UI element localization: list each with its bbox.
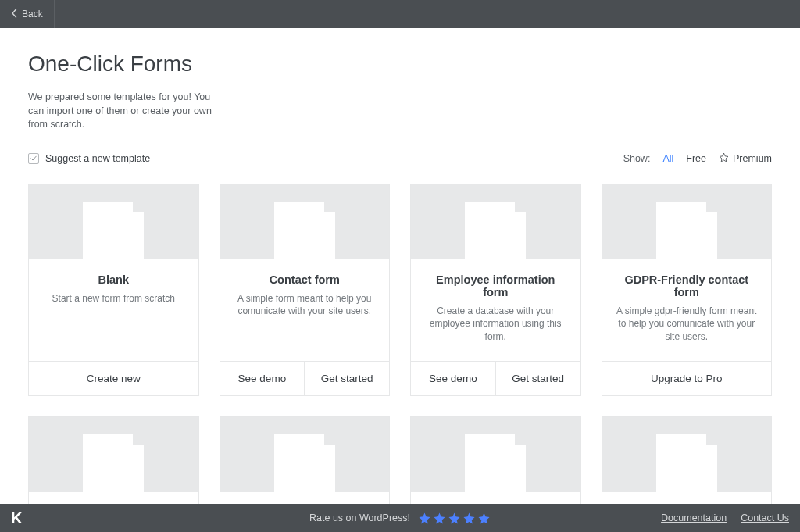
card-body: Job application xyxy=(602,492,772,505)
footer-center: Rate us on WordPress! xyxy=(309,512,491,525)
star-icon xyxy=(448,512,461,525)
footer-bar: K Rate us on WordPress! Documentation Co… xyxy=(0,504,800,532)
document-icon xyxy=(465,202,526,259)
card-body: Art contest xyxy=(411,492,580,505)
see-demo-button[interactable]: See demo xyxy=(411,362,495,395)
toolbar-row: Suggest a new template Show: All Free Pr… xyxy=(28,152,772,165)
document-icon xyxy=(656,434,717,492)
content-area: One-Click Forms We prepared some templat… xyxy=(0,28,800,504)
back-button[interactable]: Back xyxy=(0,0,55,28)
filter-premium[interactable]: Premium xyxy=(719,152,772,165)
card-actions: Create new xyxy=(29,361,198,395)
document-icon xyxy=(274,202,335,259)
card-actions: See demo Get started xyxy=(220,361,390,395)
card-preview xyxy=(29,184,198,259)
card-actions: See demo Get started xyxy=(411,361,580,395)
card-body: Contact form A simple form meant to help… xyxy=(220,259,390,361)
contact-us-link[interactable]: Contact Us xyxy=(741,512,789,523)
create-new-button[interactable]: Create new xyxy=(29,362,198,395)
card-desc: Start a new form from scratch xyxy=(40,292,188,305)
template-card-job-application: Job application xyxy=(602,416,773,505)
filter-all[interactable]: All xyxy=(662,153,673,164)
card-preview xyxy=(411,417,580,492)
template-card-customer-feedback: Customer feedback form xyxy=(220,416,391,505)
card-title: GDPR-Friendly contact form xyxy=(613,273,761,298)
template-card-gdpr-contact: GDPR-Friendly contact form A simple gdpr… xyxy=(602,184,773,396)
suggest-label: Suggest a new template xyxy=(45,153,150,164)
template-card-employee-info: Employee information form Create a datab… xyxy=(410,184,581,396)
star-icon xyxy=(719,152,729,165)
suggest-icon xyxy=(28,153,39,164)
template-card-appointment: Appointment form xyxy=(28,416,199,505)
template-grid-row-2: Appointment form Customer feedback form … xyxy=(28,416,772,505)
get-started-button[interactable]: Get started xyxy=(495,362,580,395)
get-started-button[interactable]: Get started xyxy=(304,362,389,395)
star-icon xyxy=(433,512,446,525)
back-label: Back xyxy=(22,9,43,20)
filter-premium-label: Premium xyxy=(733,153,772,164)
card-body: Blank Start a new form from scratch xyxy=(29,259,198,361)
template-grid-row-1: Blank Start a new form from scratch Crea… xyxy=(28,184,772,396)
card-preview xyxy=(602,184,772,259)
rating-stars[interactable] xyxy=(418,512,491,525)
page-title: One-Click Forms xyxy=(28,52,772,77)
card-title: Blank xyxy=(40,273,188,286)
star-icon xyxy=(462,512,476,525)
card-desc: A simple form meant to help you comunica… xyxy=(231,292,379,319)
suggest-template-link[interactable]: Suggest a new template xyxy=(28,153,150,164)
chevron-left-icon xyxy=(11,9,17,20)
card-preview xyxy=(29,417,198,492)
star-icon xyxy=(418,512,431,525)
document-icon xyxy=(465,434,526,492)
see-demo-button[interactable]: See demo xyxy=(220,362,305,395)
card-body: Appointment form xyxy=(29,492,198,505)
card-actions: Upgrade to Pro xyxy=(602,361,772,395)
card-preview xyxy=(220,417,390,492)
document-icon xyxy=(83,434,144,492)
filter-free[interactable]: Free xyxy=(686,153,706,164)
filter-show-label: Show: xyxy=(623,153,651,164)
document-icon xyxy=(83,202,144,259)
card-body: GDPR-Friendly contact form A simple gdpr… xyxy=(602,259,772,361)
rate-us-label: Rate us on WordPress! xyxy=(309,512,410,523)
document-icon xyxy=(274,434,335,492)
card-body: Customer feedback form xyxy=(220,492,390,505)
brand-logo: K xyxy=(11,509,21,527)
card-preview xyxy=(411,184,580,259)
footer-links: Documentation Contact Us xyxy=(661,512,789,523)
template-card-art-contest: Art contest xyxy=(410,416,581,505)
card-body: Employee information form Create a datab… xyxy=(411,259,580,361)
star-icon xyxy=(477,512,491,525)
filter-bar: Show: All Free Premium xyxy=(623,152,772,165)
card-desc: Create a database with your employee inf… xyxy=(422,305,570,344)
card-desc: A simple gdpr-friendly form meant to hel… xyxy=(613,305,761,344)
card-title: Employee information form xyxy=(422,273,570,298)
template-card-blank: Blank Start a new form from scratch Crea… xyxy=(28,184,199,396)
topbar: Back xyxy=(0,0,800,28)
card-title: Contact form xyxy=(231,273,379,286)
documentation-link[interactable]: Documentation xyxy=(661,512,727,523)
page-intro: We prepared some templates for you! You … xyxy=(28,91,223,132)
template-card-contact-form: Contact form A simple form meant to help… xyxy=(220,184,391,396)
card-preview xyxy=(220,184,390,259)
card-preview xyxy=(602,417,772,492)
document-icon xyxy=(656,202,717,259)
upgrade-pro-button[interactable]: Upgrade to Pro xyxy=(602,362,772,395)
